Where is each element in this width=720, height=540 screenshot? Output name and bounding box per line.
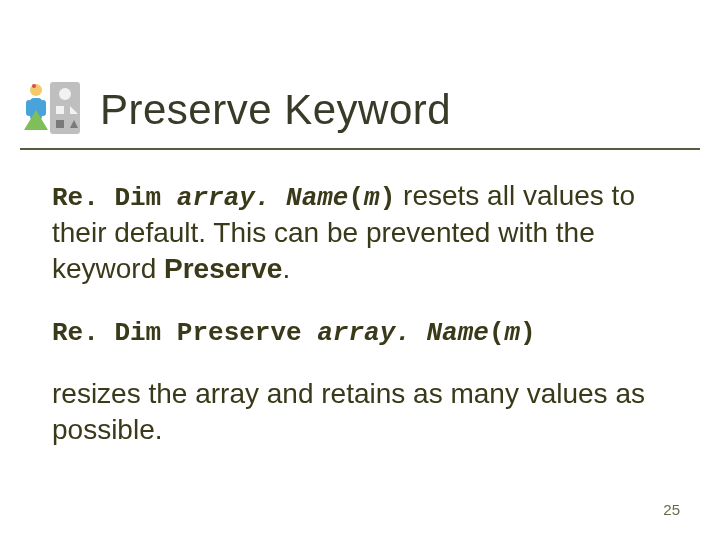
- keyword-preserve: Preserve: [164, 253, 282, 284]
- svg-point-11: [32, 84, 36, 88]
- svg-point-1: [59, 88, 71, 100]
- svg-rect-2: [56, 106, 64, 114]
- text-span: .: [282, 253, 290, 284]
- code-keyword: Re. Dim: [52, 183, 177, 213]
- svg-point-6: [30, 84, 42, 96]
- code-line: Re. Dim Preserve array. Name(m): [52, 313, 672, 350]
- code-keyword: Re. Dim Preserve: [52, 318, 317, 348]
- svg-rect-9: [40, 100, 46, 116]
- code-paren-open: (: [348, 183, 364, 213]
- slide-body: Re. Dim array. Name(m) resets all values…: [52, 178, 672, 474]
- logo-icon: [20, 80, 84, 138]
- slide-header: Preserve Keyword: [20, 86, 700, 134]
- svg-rect-4: [56, 120, 64, 128]
- slide: Preserve Keyword Re. Dim array. Name(m) …: [0, 0, 720, 540]
- paragraph-2: resizes the array and retains as many va…: [52, 376, 672, 448]
- page-number: 25: [663, 501, 680, 518]
- paragraph-1: Re. Dim array. Name(m) resets all values…: [52, 178, 672, 287]
- code-paren-close: ): [380, 183, 396, 213]
- slide-title: Preserve Keyword: [100, 86, 451, 134]
- code-param: m: [505, 318, 521, 348]
- code-ident: array. Name: [177, 183, 349, 213]
- code-param: m: [364, 183, 380, 213]
- code-paren-open: (: [489, 318, 505, 348]
- code-paren-close: ): [520, 318, 536, 348]
- svg-rect-8: [26, 100, 32, 116]
- code-ident: array. Name: [317, 318, 489, 348]
- horizontal-rule: [20, 148, 700, 150]
